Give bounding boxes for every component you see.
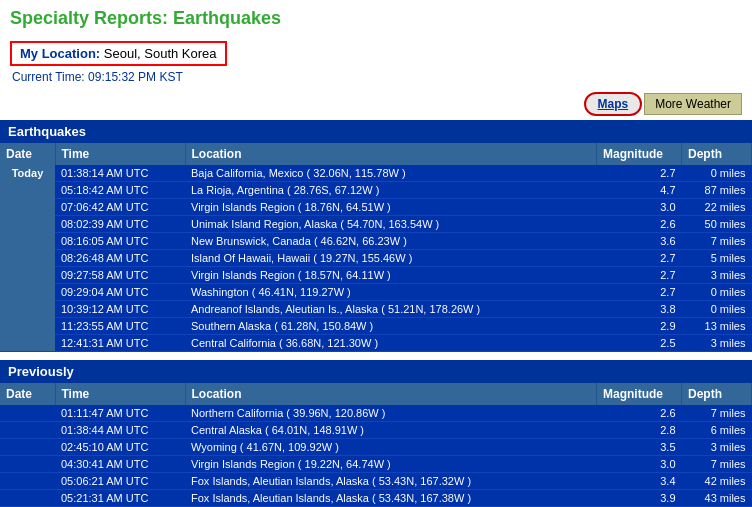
time-cell: 12:41:31 AM UTC [55, 335, 185, 352]
time-cell: 01:38:14 AM UTC [55, 165, 185, 182]
today-section: Earthquakes Date Time Location Magnitude… [0, 120, 752, 352]
magnitude-cell: 2.6 [597, 216, 682, 233]
magnitude-cell: 3.9 [597, 490, 682, 507]
table-row: 02:45:10 AM UTC Wyoming ( 41.67N, 109.92… [0, 439, 752, 456]
depth-cell: 7 miles [682, 405, 752, 422]
time-cell: 11:23:55 AM UTC [55, 318, 185, 335]
location-cell: Fox Islands, Aleutian Islands, Alaska ( … [185, 490, 597, 507]
current-time: Current Time: 09:15:32 PM KST [12, 70, 742, 84]
table-row: 11:23:55 AM UTC Southern Alaska ( 61.28N… [0, 318, 752, 335]
depth-cell: 0 miles [682, 165, 752, 182]
magnitude-cell: 3.0 [597, 199, 682, 216]
magnitude-cell: 2.8 [597, 422, 682, 439]
time-cell: 01:11:47 AM UTC [55, 405, 185, 422]
location-cell: Washington ( 46.41N, 119.27W ) [185, 284, 597, 301]
time-cell: 09:27:58 AM UTC [55, 267, 185, 284]
previously-section: Previously Date Time Location Magnitude … [0, 360, 752, 507]
depth-cell: 87 miles [682, 182, 752, 199]
depth-cell: 7 miles [682, 456, 752, 473]
table-row: 01:11:47 AM UTC Northern California ( 39… [0, 405, 752, 422]
date-cell [0, 456, 55, 473]
table-row: Today 01:38:14 AM UTC Baja California, M… [0, 165, 752, 182]
location-cell: Unimak Island Region, Alaska ( 54.70N, 1… [185, 216, 597, 233]
magnitude-cell: 2.7 [597, 267, 682, 284]
depth-cell: 6 miles [682, 422, 752, 439]
table-row: 09:27:58 AM UTC Virgin Islands Region ( … [0, 267, 752, 284]
col-depth-header: Depth [682, 143, 752, 165]
time-cell: 08:02:39 AM UTC [55, 216, 185, 233]
top-nav: Maps More Weather [0, 88, 752, 120]
prev-col-magnitude-header: Magnitude [597, 383, 682, 405]
current-time-value: 09:15:32 PM KST [88, 70, 183, 84]
col-date-header: Date [0, 143, 55, 165]
today-table-header-row: Date Time Location Magnitude Depth [0, 143, 752, 165]
location-cell: Southern Alaska ( 61.28N, 150.84W ) [185, 318, 597, 335]
depth-cell: 42 miles [682, 473, 752, 490]
today-table: Date Time Location Magnitude Depth Today… [0, 143, 752, 352]
time-cell: 05:06:21 AM UTC [55, 473, 185, 490]
location-cell: New Brunswick, Canada ( 46.62N, 66.23W ) [185, 233, 597, 250]
time-cell: 07:06:42 AM UTC [55, 199, 185, 216]
location-cell: Northern California ( 39.96N, 120.86W ) [185, 405, 597, 422]
magnitude-cell: 2.7 [597, 165, 682, 182]
previously-section-header: Previously [0, 360, 752, 383]
magnitude-cell: 2.9 [597, 318, 682, 335]
time-cell: 10:39:12 AM UTC [55, 301, 185, 318]
depth-cell: 50 miles [682, 216, 752, 233]
time-cell: 08:16:05 AM UTC [55, 233, 185, 250]
location-value: Seoul, South Korea [104, 46, 217, 61]
page-header: Specialty Reports: Earthquakes My Locati… [0, 0, 752, 88]
depth-cell: 43 miles [682, 490, 752, 507]
previously-table: Date Time Location Magnitude Depth 01:11… [0, 383, 752, 507]
time-cell: 08:26:48 AM UTC [55, 250, 185, 267]
magnitude-cell: 2.5 [597, 335, 682, 352]
magnitude-cell: 2.7 [597, 284, 682, 301]
table-row: 08:16:05 AM UTC New Brunswick, Canada ( … [0, 233, 752, 250]
previously-table-header-row: Date Time Location Magnitude Depth [0, 383, 752, 405]
magnitude-cell: 3.8 [597, 301, 682, 318]
magnitude-cell: 3.5 [597, 439, 682, 456]
time-cell: 05:21:31 AM UTC [55, 490, 185, 507]
location-cell: Virgin Islands Region ( 18.57N, 64.11W ) [185, 267, 597, 284]
location-cell: Central California ( 36.68N, 121.30W ) [185, 335, 597, 352]
table-row: 05:06:21 AM UTC Fox Islands, Aleutian Is… [0, 473, 752, 490]
prev-col-depth-header: Depth [682, 383, 752, 405]
depth-cell: 0 miles [682, 301, 752, 318]
depth-cell: 22 miles [682, 199, 752, 216]
date-cell [0, 422, 55, 439]
depth-cell: 3 miles [682, 267, 752, 284]
table-row: 04:30:41 AM UTC Virgin Islands Region ( … [0, 456, 752, 473]
depth-cell: 3 miles [682, 335, 752, 352]
location-cell: Baja California, Mexico ( 32.06N, 115.78… [185, 165, 597, 182]
title-static: Specialty Reports: [10, 8, 173, 28]
page-title: Specialty Reports: Earthquakes [10, 8, 742, 29]
table-row: 08:02:39 AM UTC Unimak Island Region, Al… [0, 216, 752, 233]
time-cell: 02:45:10 AM UTC [55, 439, 185, 456]
magnitude-cell: 4.7 [597, 182, 682, 199]
depth-cell: 5 miles [682, 250, 752, 267]
depth-cell: 0 miles [682, 284, 752, 301]
magnitude-cell: 3.6 [597, 233, 682, 250]
table-row: 09:29:04 AM UTC Washington ( 46.41N, 119… [0, 284, 752, 301]
location-cell: Island Of Hawaii, Hawaii ( 19.27N, 155.4… [185, 250, 597, 267]
col-magnitude-header: Magnitude [597, 143, 682, 165]
date-cell [0, 439, 55, 456]
depth-cell: 7 miles [682, 233, 752, 250]
table-row: 07:06:42 AM UTC Virgin Islands Region ( … [0, 199, 752, 216]
prev-col-location-header: Location [185, 383, 597, 405]
depth-cell: 13 miles [682, 318, 752, 335]
location-cell: Fox Islands, Aleutian Islands, Alaska ( … [185, 473, 597, 490]
time-cell: 09:29:04 AM UTC [55, 284, 185, 301]
current-time-label: Current Time: [12, 70, 85, 84]
col-time-header: Time [55, 143, 185, 165]
maps-button[interactable]: Maps [584, 92, 643, 116]
location-cell: Central Alaska ( 64.01N, 148.91W ) [185, 422, 597, 439]
date-cell [0, 405, 55, 422]
table-row: 08:26:48 AM UTC Island Of Hawaii, Hawaii… [0, 250, 752, 267]
table-row: 12:41:31 AM UTC Central California ( 36.… [0, 335, 752, 352]
more-weather-button[interactable]: More Weather [644, 93, 742, 115]
location-label: My Location: [20, 46, 100, 61]
magnitude-cell: 3.4 [597, 473, 682, 490]
table-row: 05:21:31 AM UTC Fox Islands, Aleutian Is… [0, 490, 752, 507]
prev-col-date-header: Date [0, 383, 55, 405]
